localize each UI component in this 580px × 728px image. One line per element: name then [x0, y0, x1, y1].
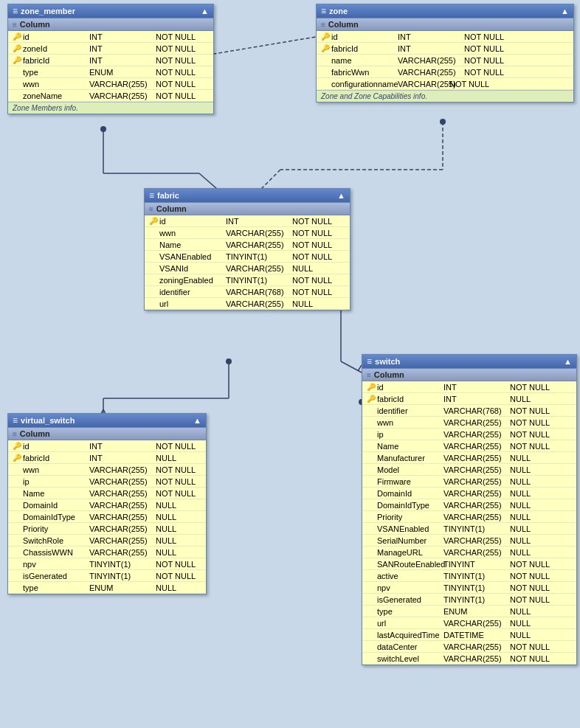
resize-icon[interactable]: ▲ [561, 7, 569, 15]
table-row: url VARCHAR(255) NULL [362, 617, 576, 629]
zone-header[interactable]: zone ▲ [317, 4, 573, 18]
fk-icon: 🔑 [13, 454, 23, 462]
table-row: type ENUM NOT NULL [8, 66, 213, 78]
zone-member-footer: Zone Members info. [8, 102, 213, 114]
table-row: active TINYINT(1) NOT NULL [362, 570, 576, 582]
table-row: npv TINYINT(1) NOT NULL [362, 582, 576, 594]
table-row: url VARCHAR(255) NULL [145, 298, 350, 310]
pk-icon: 🔑 [367, 383, 377, 391]
table-row: 🔑 fabricId INT NULL [362, 393, 576, 405]
resize-icon[interactable]: ▲ [201, 7, 209, 15]
pk-icon: 🔑 [321, 32, 331, 41]
table-virtual-switch: virtual_switch ▲ ≡ Column 🔑 id INT NOT N… [7, 413, 207, 594]
diagram-canvas: zone_member ▲ ≡ Column 🔑 id INT NOT NULL… [0, 0, 580, 728]
table-row: switchLevel VARCHAR(255) NOT NULL [362, 653, 576, 665]
table-row: type ENUM NULL [8, 582, 206, 594]
switch-header[interactable]: switch ▲ [362, 355, 576, 368]
virtual-switch-title: virtual_switch [13, 415, 75, 426]
table-row: npv TINYINT(1) NOT NULL [8, 558, 206, 570]
pk-icon: 🔑 [13, 32, 23, 41]
fk-icon: 🔑 [321, 44, 331, 52]
table-row: VSANEnabled TINYINT(1) NOT NULL [145, 251, 350, 263]
svg-point-15 [226, 358, 232, 364]
table-row: 🔑 zoneId INT NOT NULL [8, 43, 213, 55]
pk-icon: 🔑 [13, 442, 23, 450]
table-row: wwn VARCHAR(255) NOT NULL [8, 78, 213, 90]
resize-icon[interactable]: ▲ [337, 191, 345, 200]
zone-member-col-header: ≡ Column [8, 18, 213, 31]
virtual-switch-col-header: ≡ Column [8, 427, 206, 440]
table-row: zoneName VARCHAR(255) NOT NULL [8, 90, 213, 102]
table-row: dataCenter VARCHAR(255) NOT NULL [362, 641, 576, 653]
table-row: ChassisWWN VARCHAR(255) NULL [8, 547, 206, 558]
resize-icon[interactable]: ▲ [193, 416, 201, 425]
table-row: DomainId VARCHAR(255) NULL [8, 499, 206, 511]
table-row: DomainId VARCHAR(255) NULL [362, 488, 576, 499]
table-row: 🔑 id INT NOT NULL [362, 381, 576, 393]
table-row: DomainIdType VARCHAR(255) NULL [362, 499, 576, 511]
fabric-title: fabric [149, 190, 179, 201]
table-row: Manufacturer VARCHAR(255) NULL [362, 452, 576, 464]
table-row: Priority VARCHAR(255) NULL [8, 523, 206, 535]
table-row: Model VARCHAR(255) NULL [362, 464, 576, 476]
table-row: DomainIdType VARCHAR(255) NULL [8, 511, 206, 523]
table-row: wwn VARCHAR(255) NOT NULL [362, 417, 576, 429]
table-row: ip VARCHAR(255) NOT NULL [8, 476, 206, 488]
table-fabric: fabric ▲ ≡ Column 🔑 id INT NOT NULL wwn … [144, 188, 351, 311]
fk-icon: 🔑 [367, 395, 377, 403]
table-row: VSANId VARCHAR(255) NULL [145, 263, 350, 274]
svg-point-9 [440, 119, 446, 125]
table-zone-member: zone_member ▲ ≡ Column 🔑 id INT NOT NULL… [7, 4, 214, 114]
switch-title: switch [367, 356, 400, 367]
table-row: 🔑 fabricId INT NULL [8, 452, 206, 464]
table-row: Name VARCHAR(255) NOT NULL [8, 488, 206, 499]
table-row: configurationname VARCHAR(255) NOT NULL [317, 78, 573, 90]
zone-col-header: ≡ Column [317, 18, 573, 31]
table-row: SwitchRole VARCHAR(255) NULL [8, 535, 206, 547]
zone-member-header[interactable]: zone_member ▲ [8, 4, 213, 18]
svg-line-19 [341, 361, 362, 372]
table-row: 🔑 fabricId INT NOT NULL [317, 43, 573, 55]
table-row: 🔑 id INT NOT NULL [145, 215, 350, 227]
table-row: wwn VARCHAR(255) NOT NULL [145, 227, 350, 239]
table-row: ip VARCHAR(255) NOT NULL [362, 429, 576, 440]
table-row: 🔑 id INT NOT NULL [8, 31, 213, 43]
table-row: 🔑 fabricId INT NOT NULL [8, 55, 213, 66]
table-row: SerialNumber VARCHAR(255) NULL [362, 535, 576, 547]
table-row: ManageURL VARCHAR(255) NULL [362, 547, 576, 558]
table-row: SANRouteEnabled TINYINT NOT NULL [362, 558, 576, 570]
switch-col-header: ≡ Column [362, 368, 576, 381]
svg-point-5 [100, 126, 106, 132]
zone-title: zone [321, 6, 348, 16]
table-row: Firmware VARCHAR(255) NULL [362, 476, 576, 488]
table-row: type ENUM NULL [362, 606, 576, 617]
fk-icon: 🔑 [13, 44, 23, 52]
table-row: identifier VARCHAR(768) NOT NULL [362, 405, 576, 417]
zone-footer: Zone and Zone Capabilities info. [317, 90, 573, 102]
table-row: wwn VARCHAR(255) NOT NULL [8, 464, 206, 476]
table-row: isGenerated TINYINT(1) NOT NULL [8, 570, 206, 582]
table-row: 🔑 id INT NOT NULL [317, 31, 573, 43]
virtual-switch-header[interactable]: virtual_switch ▲ [8, 414, 206, 427]
table-row: Priority VARCHAR(255) NULL [362, 511, 576, 523]
table-row: name VARCHAR(255) NOT NULL [317, 55, 573, 66]
resize-icon[interactable]: ▲ [564, 357, 572, 366]
table-row: isGenerated TINYINT(1) NOT NULL [362, 594, 576, 606]
table-row: fabricWwn VARCHAR(255) NOT NULL [317, 66, 573, 78]
table-zone: zone ▲ ≡ Column 🔑 id INT NOT NULL 🔑 fabr… [316, 4, 574, 103]
table-row: Name VARCHAR(255) NOT NULL [362, 440, 576, 452]
table-row: identifier VARCHAR(768) NOT NULL [145, 286, 350, 298]
table-row: lastAcquiredTime DATETIME NULL [362, 629, 576, 641]
pk-icon: 🔑 [149, 217, 159, 225]
table-row: 🔑 id INT NOT NULL [8, 440, 206, 452]
table-row: Name VARCHAR(255) NOT NULL [145, 239, 350, 251]
fabric-col-header: ≡ Column [145, 202, 350, 215]
fk-icon: 🔑 [13, 56, 23, 64]
zone-member-title: zone_member [13, 6, 75, 16]
table-row: VSANEnabled TINYINT(1) NULL [362, 523, 576, 535]
table-switch: switch ▲ ≡ Column 🔑 id INT NOT NULL 🔑 fa… [362, 354, 577, 665]
table-row: zoningEnabled TINYINT(1) NOT NULL [145, 274, 350, 286]
fabric-header[interactable]: fabric ▲ [145, 189, 350, 202]
